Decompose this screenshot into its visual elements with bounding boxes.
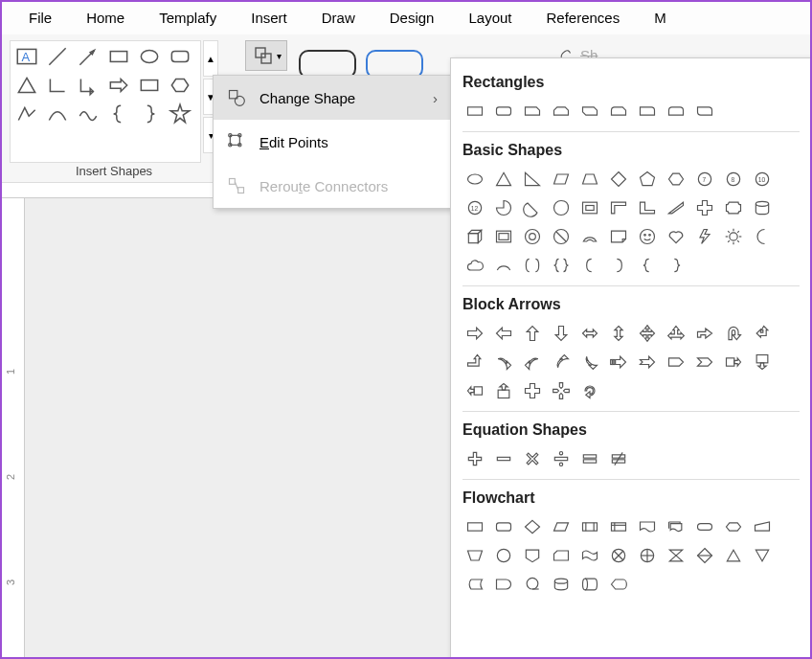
parallelogram-shape[interactable]: [549, 167, 574, 192]
cube-shape[interactable]: [462, 224, 487, 249]
arrow-upcallout-shape[interactable]: [491, 378, 516, 403]
fc-preparation-shape[interactable]: [721, 514, 746, 539]
fc-seq-access-shape[interactable]: [520, 572, 545, 597]
oval-icon[interactable]: [137, 45, 162, 68]
textbox-icon[interactable]: A: [14, 45, 39, 68]
eq-minus-shape[interactable]: [491, 446, 516, 471]
edit-points-item[interactable]: EEdit Pointsdit Points: [214, 120, 451, 164]
moon-shape[interactable]: [750, 224, 775, 249]
arrow-rightcallout-shape[interactable]: [721, 350, 746, 375]
arrow-leftup-shape[interactable]: [750, 321, 775, 346]
hexagon-icon[interactable]: [168, 74, 192, 97]
plaque-shape[interactable]: [721, 195, 746, 220]
gallery-up-icon[interactable]: ▲: [203, 40, 218, 77]
arrow-updown-shape[interactable]: [606, 321, 631, 346]
arrow-right-shape[interactable]: [462, 321, 487, 346]
left-bracket-shape[interactable]: [577, 253, 602, 278]
fc-offpage-shape[interactable]: [520, 543, 545, 568]
left-brace-shape[interactable]: [635, 253, 660, 278]
diagonal-stripe-shape[interactable]: [664, 195, 688, 220]
rect2-icon[interactable]: [137, 74, 162, 97]
cross-shape[interactable]: [692, 195, 717, 220]
fc-summing-shape[interactable]: [606, 543, 631, 568]
eq-notequal-shape[interactable]: [606, 446, 631, 471]
smiley-shape[interactable]: [635, 224, 660, 249]
menu-draw[interactable]: Draw: [304, 2, 372, 34]
fc-direct-access-shape[interactable]: [577, 572, 602, 597]
fc-stored-shape[interactable]: [462, 572, 487, 597]
fc-manual-op-shape[interactable]: [462, 543, 487, 568]
menu-references[interactable]: References: [530, 2, 638, 34]
snip-diag-shape[interactable]: [577, 99, 602, 124]
fc-merge-shape[interactable]: [750, 543, 775, 568]
decagon-shape[interactable]: 10: [750, 167, 775, 192]
elbow-icon[interactable]: [45, 74, 70, 97]
rounded-rect-shape[interactable]: [491, 99, 516, 124]
bevel-shape[interactable]: [491, 224, 516, 249]
rect-shape[interactable]: [462, 99, 487, 124]
menu-file[interactable]: File: [11, 2, 69, 34]
rect-icon[interactable]: [106, 45, 131, 68]
edit-shape-button[interactable]: ▾: [245, 40, 287, 71]
change-shape-item[interactable]: Change Shape ›: [214, 76, 451, 120]
half-frame-shape[interactable]: [606, 195, 631, 220]
donut-shape[interactable]: [520, 224, 545, 249]
diamond-shape[interactable]: [606, 167, 631, 192]
menu-layout[interactable]: Layout: [451, 2, 529, 34]
fc-decision-shape[interactable]: [520, 514, 545, 539]
fc-terminator-shape[interactable]: [692, 514, 717, 539]
eq-plus-shape[interactable]: [462, 446, 487, 471]
fc-tape-shape[interactable]: [577, 543, 602, 568]
menu-more[interactable]: M: [637, 2, 684, 34]
right-brace-shape[interactable]: [664, 253, 688, 278]
heptagon-shape[interactable]: 7: [692, 167, 717, 192]
freeform-icon[interactable]: [14, 102, 39, 125]
arrow-pentagon-shape[interactable]: [664, 350, 688, 375]
brace-right-icon[interactable]: [137, 102, 162, 125]
arrow-chevron-shape[interactable]: [692, 350, 717, 375]
arrow-leftright-shape[interactable]: [577, 321, 602, 346]
arrow-curved-left-shape[interactable]: [520, 350, 545, 375]
menu-insert[interactable]: Insert: [234, 2, 304, 34]
fc-sort-shape[interactable]: [692, 543, 717, 568]
frame-shape[interactable]: [577, 195, 602, 220]
fc-predefined-shape[interactable]: [577, 514, 602, 539]
no-symbol-shape[interactable]: [549, 224, 574, 249]
pie-shape[interactable]: [491, 195, 516, 220]
folded-corner-shape[interactable]: [606, 224, 631, 249]
arrow-leftcallout-shape[interactable]: [462, 378, 487, 403]
right-triangle-shape[interactable]: [520, 167, 545, 192]
dodecagon-shape[interactable]: 12: [462, 195, 487, 220]
arrow-line-icon[interactable]: [76, 45, 101, 68]
fc-extract-shape[interactable]: [721, 543, 746, 568]
eq-equal-shape[interactable]: [577, 446, 602, 471]
arrow-notched-right-shape[interactable]: [635, 350, 660, 375]
elbow-arrow-icon[interactable]: [76, 74, 101, 97]
round-diag-shape[interactable]: [692, 99, 717, 124]
arrow-quadcallout-shape[interactable]: [549, 378, 574, 403]
triangle-shape[interactable]: [491, 167, 516, 192]
arrow-leftrightup-shape[interactable]: [664, 321, 688, 346]
arc-shape[interactable]: [491, 253, 516, 278]
fc-connector-shape[interactable]: [491, 543, 516, 568]
fc-data-shape[interactable]: [549, 514, 574, 539]
block-arc-shape[interactable]: [577, 224, 602, 249]
octagon-shape[interactable]: 8: [721, 167, 746, 192]
menu-design[interactable]: Design: [372, 2, 452, 34]
hexagon-shape[interactable]: [664, 167, 688, 192]
double-brace-shape[interactable]: [549, 253, 574, 278]
arrow-curved-right-shape[interactable]: [491, 350, 516, 375]
snip-single-shape[interactable]: [520, 99, 545, 124]
teardrop-shape[interactable]: [549, 195, 574, 220]
snip-same-shape[interactable]: [549, 99, 574, 124]
scribble-icon[interactable]: [76, 102, 101, 125]
fc-magnetic-disk-shape[interactable]: [549, 572, 574, 597]
fc-or-shape[interactable]: [635, 543, 660, 568]
menu-home[interactable]: Home: [69, 2, 142, 34]
arrow-up-shape[interactable]: [520, 321, 545, 346]
chord-shape[interactable]: [520, 195, 545, 220]
brace-left-icon[interactable]: [106, 102, 131, 125]
heart-shape[interactable]: [664, 224, 688, 249]
arrow-curved-up-shape[interactable]: [549, 350, 574, 375]
sun-shape[interactable]: [721, 224, 746, 249]
